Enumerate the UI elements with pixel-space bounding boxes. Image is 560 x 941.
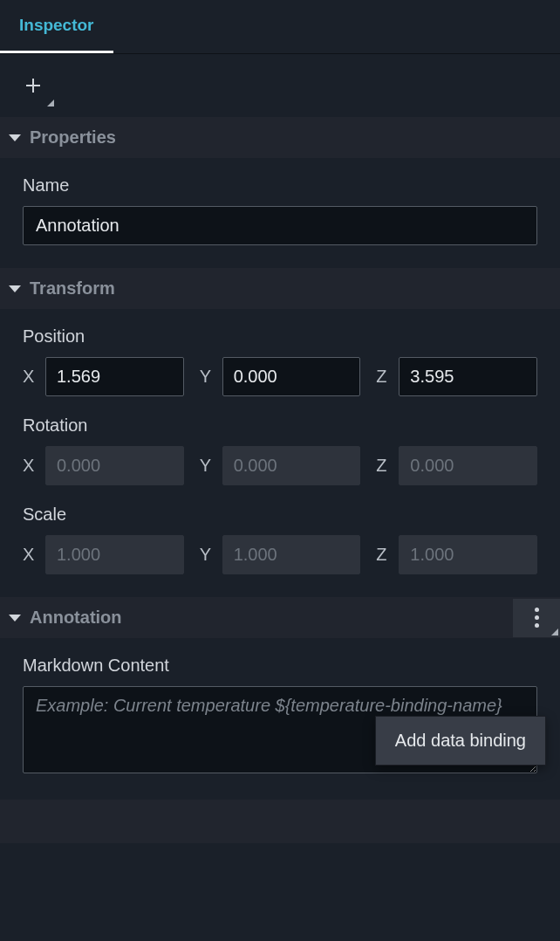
position-z-item: Z — [376, 357, 537, 396]
axis-label-y: Y — [200, 367, 214, 387]
scale-x-input[interactable] — [45, 535, 184, 574]
position-y-input[interactable] — [222, 357, 361, 396]
empty-section — [0, 800, 560, 843]
name-input[interactable] — [23, 206, 537, 245]
scale-group: Scale X Y Z — [23, 505, 537, 574]
rotation-x-item: X — [23, 446, 184, 485]
scale-z-input[interactable] — [399, 535, 537, 574]
section-body-properties: Name — [0, 158, 560, 268]
markdown-label: Markdown Content — [23, 656, 537, 676]
position-x-input[interactable] — [45, 357, 184, 396]
position-x-item: X — [23, 357, 184, 396]
plus-icon — [23, 75, 44, 96]
name-label: Name — [23, 175, 537, 196]
scale-x-item: X — [23, 535, 184, 574]
rotation-group: Rotation X Y Z — [23, 416, 537, 485]
scale-z-item: Z — [376, 535, 537, 574]
axis-label-z: Z — [376, 456, 390, 476]
position-y-item: Y — [200, 357, 361, 396]
add-data-binding-menu-item[interactable]: Add data binding — [375, 716, 546, 766]
caret-down-icon — [9, 134, 21, 141]
section-title-properties: Properties — [30, 127, 116, 148]
rotation-label: Rotation — [23, 416, 537, 436]
section-title-annotation: Annotation — [30, 608, 122, 628]
position-group: Position X Y Z — [23, 326, 537, 396]
toolbar — [0, 54, 560, 117]
scale-row: X Y Z — [23, 535, 537, 574]
tab-inspector[interactable]: Inspector — [0, 0, 113, 53]
position-row: X Y Z — [23, 357, 537, 396]
caret-down-icon — [9, 615, 21, 622]
rotation-x-input[interactable] — [45, 446, 184, 485]
rotation-z-input[interactable] — [399, 446, 537, 485]
axis-label-z: Z — [376, 367, 390, 387]
axis-label-z: Z — [376, 545, 390, 565]
section-body-transform: Position X Y Z Rotation X Y — [0, 309, 560, 597]
scale-y-item: Y — [200, 535, 361, 574]
annotation-menu-button[interactable] — [513, 599, 560, 637]
axis-label-x: X — [23, 456, 37, 476]
section-actions — [513, 597, 560, 638]
caret-down-icon — [9, 285, 21, 292]
add-button[interactable] — [17, 70, 49, 101]
tab-bar: Inspector — [0, 0, 560, 54]
scale-y-input[interactable] — [222, 535, 361, 574]
position-label: Position — [23, 326, 537, 347]
section-header-transform[interactable]: Transform — [0, 268, 560, 309]
kebab-icon — [535, 608, 539, 628]
rotation-y-input[interactable] — [222, 446, 361, 485]
scale-label: Scale — [23, 505, 537, 525]
section-header-properties[interactable]: Properties — [0, 117, 560, 158]
rotation-z-item: Z — [376, 446, 537, 485]
axis-label-y: Y — [200, 456, 214, 476]
section-header-annotation[interactable]: Annotation — [0, 597, 560, 638]
rotation-y-item: Y — [200, 446, 361, 485]
rotation-row: X Y Z — [23, 446, 537, 485]
axis-label-x: X — [23, 367, 37, 387]
axis-label-x: X — [23, 545, 37, 565]
axis-label-y: Y — [200, 545, 214, 565]
section-title-transform: Transform — [30, 278, 115, 299]
position-z-input[interactable] — [399, 357, 537, 396]
